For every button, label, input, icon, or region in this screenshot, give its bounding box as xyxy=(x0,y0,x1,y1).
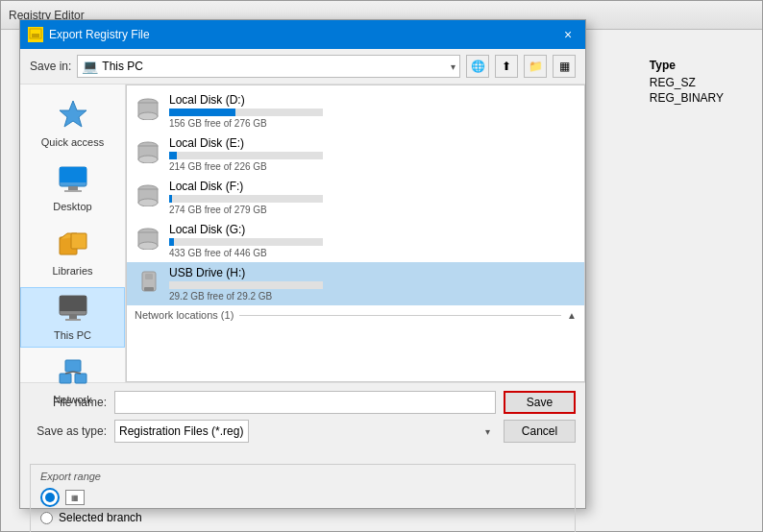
this-pc-icon xyxy=(58,294,88,327)
disk-f-bar-bg xyxy=(169,195,323,203)
dialog-title-text: Export Registry File xyxy=(49,28,150,41)
selected-branch-radio[interactable] xyxy=(40,512,53,524)
this-pc-label: This PC xyxy=(54,329,91,341)
save-in-combo[interactable]: 💻 This PC ▾ xyxy=(77,55,460,78)
svg-point-23 xyxy=(138,156,158,163)
view-button[interactable]: ▦ xyxy=(553,55,576,78)
disk-f-name: Local Disk (F:) xyxy=(169,180,577,193)
all-option[interactable]: ▦ xyxy=(40,488,85,507)
back-button[interactable]: 🌐 xyxy=(466,55,489,78)
all-grid-icon: ▦ xyxy=(65,490,85,505)
disk-f-icon xyxy=(135,183,161,212)
save-in-label: Save in: xyxy=(30,60,71,73)
sidebar-item-this-pc[interactable]: This PC xyxy=(20,287,125,348)
svg-point-29 xyxy=(138,242,158,250)
disk-h-info: USB Drive (H:) 29.2 GB free of 29.2 GB xyxy=(169,266,577,302)
svg-point-20 xyxy=(138,112,158,120)
sidebar-item-quick-access[interactable]: Quick access xyxy=(20,92,125,155)
svg-rect-15 xyxy=(75,374,86,383)
disk-item-h[interactable]: USB Drive (H:) 29.2 GB free of 29.2 GB xyxy=(127,262,584,305)
disk-g-bar-fill xyxy=(169,238,174,246)
dialog-icon xyxy=(28,27,43,42)
network-divider: Network locations (1) ▲ xyxy=(127,305,584,325)
svg-rect-8 xyxy=(71,233,86,249)
quick-access-icon xyxy=(58,99,88,134)
save-in-value: This PC xyxy=(102,60,143,73)
sidebar: Quick access Desktop xyxy=(20,85,126,382)
svg-rect-12 xyxy=(65,319,81,321)
file-list-scroll[interactable]: Local Disk (D:) 156 GB free of 276 GB xyxy=(127,85,584,381)
quick-access-label: Quick access xyxy=(41,136,104,148)
save-as-type-label: Save as type: xyxy=(30,424,107,438)
export-dialog: Export Registry File × Save in: 💻 This P… xyxy=(19,19,586,509)
desktop-label: Desktop xyxy=(53,201,91,212)
svg-rect-10 xyxy=(60,296,86,311)
selected-branch-row: Selected branch xyxy=(40,511,565,524)
disk-h-free: 29.2 GB free of 29.2 GB xyxy=(169,291,577,302)
all-radio-row: ▦ xyxy=(40,488,565,507)
selected-branch-label: Selected branch xyxy=(59,511,142,524)
disk-item-d[interactable]: Local Disk (D:) 156 GB free of 276 GB xyxy=(127,89,584,133)
svg-marker-2 xyxy=(60,101,86,127)
network-section-label: Network locations (1) xyxy=(135,309,234,321)
disk-g-icon xyxy=(135,227,161,255)
disk-e-info: Local Disk (E:) 214 GB free of 226 GB xyxy=(169,136,577,172)
up-button[interactable]: ⬆ xyxy=(495,55,518,78)
type-value-2: REG_BINARY xyxy=(650,91,724,105)
disk-h-icon xyxy=(135,270,161,299)
disk-f-free: 274 GB free of 279 GB xyxy=(169,205,577,215)
svg-rect-1 xyxy=(32,34,39,37)
sidebar-item-desktop[interactable]: Desktop xyxy=(20,158,125,219)
select-arrow-icon: ▾ xyxy=(485,426,490,437)
svg-rect-14 xyxy=(60,374,71,383)
disk-item-e[interactable]: Local Disk (E:) 214 GB free of 226 GB xyxy=(127,133,584,176)
disk-h-name: USB Drive (H:) xyxy=(169,266,577,279)
save-button[interactable]: Save xyxy=(504,391,576,414)
disk-f-info: Local Disk (F:) 274 GB free of 279 GB xyxy=(169,180,577,215)
disk-d-info: Local Disk (D:) 156 GB free of 276 GB xyxy=(169,93,577,129)
disk-d-free: 156 GB free of 276 GB xyxy=(169,118,577,129)
toolbar-row: Save in: 💻 This PC ▾ 🌐 ⬆ 📁 ▦ xyxy=(20,49,585,85)
close-button[interactable]: × xyxy=(558,25,578,44)
svg-rect-5 xyxy=(68,186,78,190)
new-folder-button[interactable]: 📁 xyxy=(524,55,547,78)
save-as-type-select[interactable]: Registration Files (*.reg) xyxy=(114,420,249,443)
all-radio-icon xyxy=(40,488,60,507)
disk-g-free: 433 GB free of 446 GB xyxy=(169,248,577,258)
disk-f-bar-fill xyxy=(169,195,172,203)
disk-e-bar-bg xyxy=(169,152,323,159)
dialog-titlebar: Export Registry File × xyxy=(20,20,585,49)
file-name-input[interactable] xyxy=(114,391,496,414)
type-column-header: Type xyxy=(650,59,724,72)
section-chevron-icon[interactable]: ▲ xyxy=(567,310,577,321)
save-as-type-wrapper: Registration Files (*.reg) ▾ xyxy=(114,420,496,443)
disk-g-info: Local Disk (G:) 433 GB free of 446 GB xyxy=(169,223,577,258)
disk-e-bar-fill xyxy=(169,152,177,159)
svg-rect-32 xyxy=(145,274,153,279)
svg-rect-4 xyxy=(60,167,86,182)
dialog-title-left: Export Registry File xyxy=(28,27,150,42)
disk-e-free: 214 GB free of 226 GB xyxy=(169,161,577,172)
disk-d-bar-bg xyxy=(169,109,323,116)
file-name-label: File name: xyxy=(30,396,107,409)
svg-rect-6 xyxy=(64,190,82,192)
svg-point-26 xyxy=(138,199,158,206)
main-area: Quick access Desktop xyxy=(20,85,585,382)
sidebar-item-libraries[interactable]: Libraries xyxy=(20,223,125,283)
libraries-icon xyxy=(58,230,88,263)
save-in-arrow: ▾ xyxy=(451,61,455,72)
export-range-title: Export range xyxy=(40,471,565,482)
disk-e-icon xyxy=(135,140,161,169)
disk-g-bar-bg xyxy=(169,238,323,246)
desktop-icon xyxy=(58,165,88,199)
libraries-label: Libraries xyxy=(52,265,92,277)
disk-h-bar-bg xyxy=(169,281,323,289)
cancel-button[interactable]: Cancel xyxy=(504,420,576,443)
disk-item-g[interactable]: Local Disk (G:) 433 GB free of 446 GB xyxy=(127,219,584,262)
disk-item-f[interactable]: Local Disk (F:) 274 GB free of 279 GB xyxy=(127,176,584,219)
export-range-section: Export range ▦ Selected branch xyxy=(30,464,576,532)
disk-d-name: Local Disk (D:) xyxy=(169,93,577,107)
type-value-1: REG_SZ xyxy=(650,76,724,89)
disk-d-bar-fill xyxy=(169,109,235,116)
svg-rect-13 xyxy=(65,360,81,372)
